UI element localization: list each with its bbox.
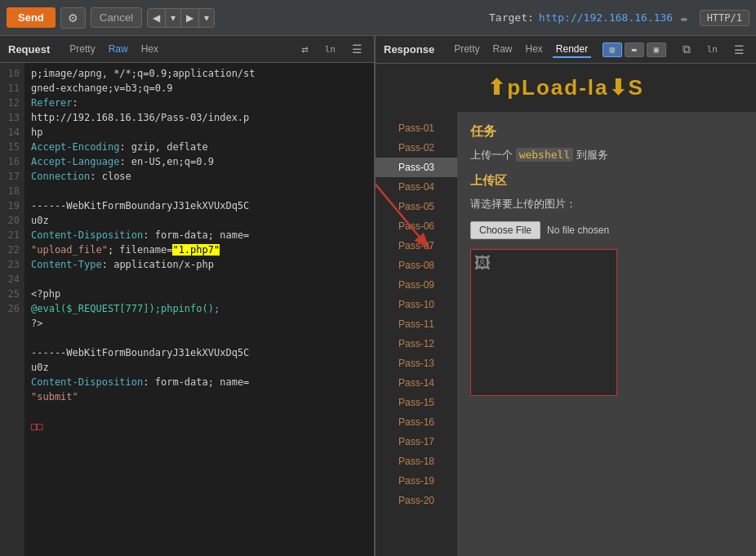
- nav-item-pass11[interactable]: Pass-11: [376, 314, 457, 334]
- response-tabs: Pretty Raw Hex Render: [451, 42, 591, 58]
- response-icon-group: ▥ ▬ ▣: [603, 42, 666, 57]
- tab-hex[interactable]: Hex: [138, 42, 162, 56]
- ln-icon[interactable]: ln: [322, 42, 339, 56]
- edit-icon[interactable]: ✏: [681, 11, 687, 24]
- nav-item-pass14[interactable]: Pass-14: [376, 373, 457, 393]
- upload-header: ⬆pLoad-la⬇S: [376, 64, 756, 112]
- request-title: Request: [8, 43, 50, 56]
- render-right: 任务 上传一个 webshell 到服务 上传区 请选择要上传的图片： Choo…: [457, 112, 756, 556]
- request-tabs: Pretty Raw Hex: [66, 42, 162, 56]
- task-desc: 上传一个 webshell 到服务: [470, 147, 743, 163]
- nav-item-pass06[interactable]: Pass-06: [376, 216, 457, 236]
- resp-menu-icon[interactable]: ☰: [731, 42, 748, 58]
- request-body[interactable]: 10 11 12 13 14 15 16 17 18 19 20 21 22 2…: [0, 63, 374, 556]
- render-nav: Pass-01 Pass-02 Pass-03 Pass-04 Pass-05 …: [376, 112, 457, 556]
- nav-item-pass02[interactable]: Pass-02: [376, 138, 457, 158]
- resp-view-split-icon[interactable]: ▥: [603, 42, 622, 57]
- http-version: HTTP/1: [700, 10, 749, 26]
- nav-item-pass08[interactable]: Pass-08: [376, 256, 457, 275]
- nav-group: ◀ ▾ ▶ ▾: [147, 8, 215, 28]
- nav-item-pass01[interactable]: Pass-01: [376, 118, 457, 138]
- nav-item-pass10[interactable]: Pass-10: [376, 295, 457, 314]
- nav-item-pass17[interactable]: Pass-17: [376, 432, 457, 451]
- preview-area: 🖼: [470, 249, 617, 396]
- tab-resp-pretty[interactable]: Pretty: [451, 42, 483, 58]
- nav-item-pass05[interactable]: Pass-05: [376, 197, 457, 216]
- resp-view-single-icon[interactable]: ▬: [625, 42, 644, 57]
- nav-item-pass19[interactable]: Pass-19: [376, 471, 457, 491]
- target-label: Target:: [489, 11, 534, 24]
- nav-item-pass03[interactable]: Pass-03: [376, 158, 457, 177]
- nav-item-pass18[interactable]: Pass-18: [376, 451, 457, 471]
- nav-forward-button[interactable]: ▶: [181, 9, 199, 27]
- wrap-icon[interactable]: ⇄: [298, 41, 311, 57]
- request-code: p;image/apng, */*;q=0.9;application/st g…: [24, 63, 374, 556]
- tab-resp-render[interactable]: Render: [553, 42, 591, 58]
- tab-resp-raw[interactable]: Raw: [489, 42, 515, 58]
- nav-item-pass07[interactable]: Pass-07: [376, 236, 457, 256]
- broken-image-icon: 🖼: [474, 253, 491, 273]
- task-title: 任务: [470, 123, 743, 140]
- preview-container: 🖼: [470, 249, 617, 396]
- toolbar: Send ⚙ Cancel ◀ ▾ ▶ ▾ Target: http://192…: [0, 0, 756, 36]
- tab-raw[interactable]: Raw: [105, 42, 131, 56]
- resp-ln-icon[interactable]: ln: [704, 42, 721, 56]
- nav-item-pass13[interactable]: Pass-13: [376, 354, 457, 373]
- render-content: Pass-01 Pass-02 Pass-03 Pass-04 Pass-05 …: [376, 112, 756, 556]
- upload-section-title: 上传区: [470, 173, 743, 189]
- nav-back-button[interactable]: ◀: [148, 9, 166, 27]
- task-desc-suffix: 到服务: [576, 149, 608, 161]
- send-button[interactable]: Send: [7, 7, 56, 28]
- line-numbers: 10 11 12 13 14 15 16 17 18 19 20 21 22 2…: [0, 63, 24, 556]
- file-input-row: Choose File No file chosen: [470, 221, 743, 239]
- nav-item-pass09[interactable]: Pass-09: [376, 275, 457, 295]
- response-pane: Response Pretty Raw Hex Render ▥ ▬ ▣ ⧉ l…: [376, 36, 756, 556]
- tab-resp-hex[interactable]: Hex: [523, 42, 546, 58]
- response-title: Response: [384, 43, 434, 56]
- resp-view-preview-icon[interactable]: ▣: [647, 42, 666, 57]
- nav-item-pass04[interactable]: Pass-04: [376, 177, 457, 197]
- gear-button[interactable]: ⚙: [60, 7, 86, 29]
- nav-item-pass20[interactable]: Pass-20: [376, 491, 457, 510]
- task-code: webshell: [516, 148, 574, 162]
- menu-icon[interactable]: ☰: [349, 41, 366, 57]
- request-pane: Request Pretty Raw Hex ⇄ ln ☰ 10 11 12 1…: [0, 36, 376, 556]
- nav-item-pass12[interactable]: Pass-12: [376, 334, 457, 354]
- render-view: ⬆pLoad-la⬇S Pass-01 Pass-02 Pass-03 Pass…: [376, 64, 756, 556]
- upload-arrow-up: ⬆: [487, 75, 507, 100]
- upload-arrow-down: ⬇: [609, 75, 629, 100]
- nav-dropdown-button[interactable]: ▾: [166, 9, 181, 27]
- task-desc-prefix: 上传一个: [470, 149, 513, 161]
- upload-desc: 请选择要上传的图片：: [470, 197, 743, 211]
- cancel-button[interactable]: Cancel: [91, 7, 143, 28]
- nav-forward-dropdown-button[interactable]: ▾: [199, 9, 214, 27]
- choose-file-button[interactable]: Choose File: [470, 221, 540, 239]
- request-header: Request Pretty Raw Hex ⇄ ln ☰: [0, 36, 374, 63]
- upload-title: ⬆pLoad-la⬇S: [387, 75, 745, 100]
- nav-item-pass16[interactable]: Pass-16: [376, 412, 457, 432]
- response-header: Response Pretty Raw Hex Render ▥ ▬ ▣ ⧉ l…: [376, 36, 756, 64]
- response-body: ⬆pLoad-la⬇S Pass-01 Pass-02 Pass-03 Pass…: [376, 64, 756, 556]
- nav-item-pass15[interactable]: Pass-15: [376, 393, 457, 412]
- target-url: http://192.168.16.136: [539, 11, 673, 24]
- resp-copy-icon[interactable]: ⧉: [679, 41, 694, 58]
- main-panel: Request Pretty Raw Hex ⇄ ln ☰ 10 11 12 1…: [0, 36, 756, 556]
- no-file-text: No file chosen: [547, 225, 609, 236]
- tab-pretty[interactable]: Pretty: [66, 42, 98, 56]
